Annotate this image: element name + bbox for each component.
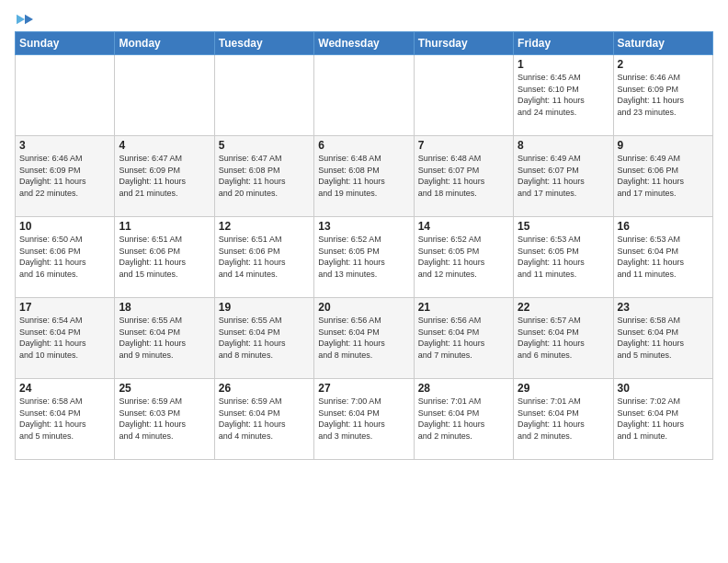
day-cell: 20Sunrise: 6:56 AMSunset: 6:04 PMDayligh… — [314, 298, 414, 379]
day-cell — [214, 55, 313, 136]
week-row-4: 17Sunrise: 6:54 AMSunset: 6:04 PMDayligh… — [16, 298, 713, 379]
day-number: 26 — [219, 382, 310, 395]
day-info: Sunrise: 6:45 AMSunset: 6:10 PMDaylight:… — [518, 72, 609, 118]
day-info: Sunrise: 6:58 AMSunset: 6:04 PMDaylight:… — [19, 396, 110, 442]
header — [15, 9, 713, 26]
week-row-5: 24Sunrise: 6:58 AMSunset: 6:04 PMDayligh… — [16, 379, 713, 460]
day-number: 6 — [318, 139, 409, 152]
day-number: 8 — [518, 139, 609, 152]
day-info: Sunrise: 6:46 AMSunset: 6:09 PMDaylight:… — [19, 153, 110, 199]
day-number: 21 — [418, 301, 509, 314]
day-cell: 15Sunrise: 6:53 AMSunset: 6:05 PMDayligh… — [514, 217, 613, 298]
day-cell: 30Sunrise: 7:02 AMSunset: 6:04 PMDayligh… — [613, 379, 712, 460]
day-info: Sunrise: 6:53 AMSunset: 6:05 PMDaylight:… — [518, 234, 609, 280]
day-info: Sunrise: 6:48 AMSunset: 6:07 PMDaylight:… — [418, 153, 509, 199]
day-number: 28 — [418, 382, 509, 395]
day-info: Sunrise: 6:47 AMSunset: 6:09 PMDaylight:… — [119, 153, 210, 199]
day-cell: 5Sunrise: 6:47 AMSunset: 6:08 PMDaylight… — [214, 136, 313, 217]
day-info: Sunrise: 6:50 AMSunset: 6:06 PMDaylight:… — [19, 234, 110, 280]
day-number: 11 — [119, 220, 210, 233]
day-cell: 18Sunrise: 6:55 AMSunset: 6:04 PMDayligh… — [115, 298, 214, 379]
day-info: Sunrise: 6:56 AMSunset: 6:04 PMDaylight:… — [418, 315, 509, 361]
day-cell: 1Sunrise: 6:45 AMSunset: 6:10 PMDaylight… — [514, 55, 613, 136]
day-cell: 27Sunrise: 7:00 AMSunset: 6:04 PMDayligh… — [314, 379, 414, 460]
day-info: Sunrise: 6:52 AMSunset: 6:05 PMDaylight:… — [318, 234, 409, 280]
day-number: 13 — [318, 220, 409, 233]
day-number: 5 — [219, 139, 310, 152]
logo-icon — [17, 13, 33, 26]
day-number: 2 — [618, 58, 709, 71]
day-cell: 26Sunrise: 6:59 AMSunset: 6:04 PMDayligh… — [214, 379, 313, 460]
day-number: 3 — [19, 139, 110, 152]
day-number: 30 — [618, 382, 709, 395]
day-cell: 6Sunrise: 6:48 AMSunset: 6:08 PMDaylight… — [314, 136, 414, 217]
day-info: Sunrise: 6:58 AMSunset: 6:04 PMDaylight:… — [618, 315, 709, 361]
weekday-header-friday: Friday — [514, 32, 613, 55]
weekday-header-thursday: Thursday — [414, 32, 513, 55]
day-cell — [314, 55, 414, 136]
day-cell: 13Sunrise: 6:52 AMSunset: 6:05 PMDayligh… — [314, 217, 414, 298]
weekday-header-tuesday: Tuesday — [214, 32, 313, 55]
calendar: SundayMondayTuesdayWednesdayThursdayFrid… — [15, 31, 713, 460]
day-info: Sunrise: 6:54 AMSunset: 6:04 PMDaylight:… — [19, 315, 110, 361]
weekday-header-saturday: Saturday — [613, 32, 712, 55]
day-number: 29 — [518, 382, 609, 395]
day-cell: 29Sunrise: 7:01 AMSunset: 6:04 PMDayligh… — [514, 379, 613, 460]
svg-marker-1 — [17, 15, 25, 24]
day-cell: 17Sunrise: 6:54 AMSunset: 6:04 PMDayligh… — [16, 298, 115, 379]
week-row-2: 3Sunrise: 6:46 AMSunset: 6:09 PMDaylight… — [16, 136, 713, 217]
day-cell: 14Sunrise: 6:52 AMSunset: 6:05 PMDayligh… — [414, 217, 513, 298]
day-info: Sunrise: 6:55 AMSunset: 6:04 PMDaylight:… — [119, 315, 210, 361]
day-info: Sunrise: 7:02 AMSunset: 6:04 PMDaylight:… — [618, 396, 709, 442]
day-info: Sunrise: 6:55 AMSunset: 6:04 PMDaylight:… — [219, 315, 310, 361]
day-cell: 8Sunrise: 6:49 AMSunset: 6:07 PMDaylight… — [514, 136, 613, 217]
day-number: 23 — [618, 301, 709, 314]
day-info: Sunrise: 6:46 AMSunset: 6:09 PMDaylight:… — [618, 72, 709, 118]
svg-marker-0 — [25, 15, 33, 24]
day-info: Sunrise: 6:52 AMSunset: 6:05 PMDaylight:… — [418, 234, 509, 280]
day-info: Sunrise: 6:47 AMSunset: 6:08 PMDaylight:… — [219, 153, 310, 199]
day-number: 4 — [119, 139, 210, 152]
day-cell: 10Sunrise: 6:50 AMSunset: 6:06 PMDayligh… — [16, 217, 115, 298]
day-number: 12 — [219, 220, 310, 233]
day-info: Sunrise: 7:01 AMSunset: 6:04 PMDaylight:… — [418, 396, 509, 442]
day-cell: 9Sunrise: 6:49 AMSunset: 6:06 PMDaylight… — [613, 136, 712, 217]
weekday-header-wednesday: Wednesday — [314, 32, 414, 55]
week-row-3: 10Sunrise: 6:50 AMSunset: 6:06 PMDayligh… — [16, 217, 713, 298]
day-number: 1 — [518, 58, 609, 71]
day-number: 19 — [219, 301, 310, 314]
day-info: Sunrise: 6:51 AMSunset: 6:06 PMDaylight:… — [119, 234, 210, 280]
day-info: Sunrise: 6:49 AMSunset: 6:07 PMDaylight:… — [518, 153, 609, 199]
day-info: Sunrise: 6:56 AMSunset: 6:04 PMDaylight:… — [318, 315, 409, 361]
day-number: 16 — [618, 220, 709, 233]
day-info: Sunrise: 6:51 AMSunset: 6:06 PMDaylight:… — [219, 234, 310, 280]
logo — [15, 9, 33, 26]
day-number: 10 — [19, 220, 110, 233]
day-number: 20 — [318, 301, 409, 314]
day-info: Sunrise: 7:01 AMSunset: 6:04 PMDaylight:… — [518, 396, 609, 442]
day-info: Sunrise: 6:57 AMSunset: 6:04 PMDaylight:… — [518, 315, 609, 361]
day-cell — [16, 55, 115, 136]
day-cell: 28Sunrise: 7:01 AMSunset: 6:04 PMDayligh… — [414, 379, 513, 460]
weekday-header-monday: Monday — [115, 32, 214, 55]
day-info: Sunrise: 6:59 AMSunset: 6:04 PMDaylight:… — [219, 396, 310, 442]
page: SundayMondayTuesdayWednesdayThursdayFrid… — [0, 0, 728, 469]
day-info: Sunrise: 6:49 AMSunset: 6:06 PMDaylight:… — [618, 153, 709, 199]
day-number: 9 — [618, 139, 709, 152]
day-cell: 19Sunrise: 6:55 AMSunset: 6:04 PMDayligh… — [214, 298, 313, 379]
day-cell: 3Sunrise: 6:46 AMSunset: 6:09 PMDaylight… — [16, 136, 115, 217]
day-cell: 7Sunrise: 6:48 AMSunset: 6:07 PMDaylight… — [414, 136, 513, 217]
day-info: Sunrise: 6:48 AMSunset: 6:08 PMDaylight:… — [318, 153, 409, 199]
day-cell: 22Sunrise: 6:57 AMSunset: 6:04 PMDayligh… — [514, 298, 613, 379]
weekday-header-row: SundayMondayTuesdayWednesdayThursdayFrid… — [16, 32, 713, 55]
day-number: 7 — [418, 139, 509, 152]
day-cell: 2Sunrise: 6:46 AMSunset: 6:09 PMDaylight… — [613, 55, 712, 136]
day-cell: 4Sunrise: 6:47 AMSunset: 6:09 PMDaylight… — [115, 136, 214, 217]
day-cell — [414, 55, 513, 136]
day-cell: 16Sunrise: 6:53 AMSunset: 6:04 PMDayligh… — [613, 217, 712, 298]
day-number: 27 — [318, 382, 409, 395]
day-number: 22 — [518, 301, 609, 314]
day-number: 14 — [418, 220, 509, 233]
day-cell: 21Sunrise: 6:56 AMSunset: 6:04 PMDayligh… — [414, 298, 513, 379]
day-cell: 23Sunrise: 6:58 AMSunset: 6:04 PMDayligh… — [613, 298, 712, 379]
